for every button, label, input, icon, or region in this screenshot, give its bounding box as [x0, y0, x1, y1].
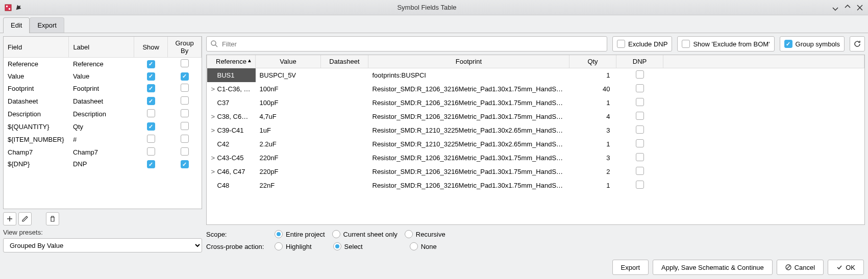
group-symbols-checkbox[interactable]: Group symbols [780, 36, 845, 52]
close-icon[interactable] [856, 4, 864, 12]
fields-table-row[interactable]: Reference Reference [4, 58, 202, 71]
exclude-bom-checkbox[interactable]: Show 'Exclude from BOM' [677, 36, 774, 52]
dnp-checkbox[interactable] [636, 167, 644, 175]
crossprobe-highlight-radio[interactable]: Highlight [275, 242, 312, 250]
filter-input[interactable] [206, 36, 607, 52]
cell-value[interactable]: 220pF [256, 165, 321, 179]
cell-footprint[interactable]: Resistor_SMD:R_1210_3225Metric_Pad1.30x2… [368, 137, 569, 151]
scope-current-radio[interactable]: Current sheet only [332, 230, 398, 238]
cell-value[interactable]: 22nF [256, 179, 321, 192]
dnp-checkbox[interactable] [636, 181, 644, 189]
show-checkbox[interactable] [147, 147, 155, 156]
groupby-checkbox[interactable] [181, 147, 189, 156]
cell-datasheet[interactable] [321, 179, 368, 192]
col-show[interactable]: Show [134, 37, 168, 58]
cell-footprint[interactable]: Resistor_SMD:R_1206_3216Metric_Pad1.30x1… [368, 151, 569, 165]
dnp-checkbox[interactable] [636, 84, 644, 92]
fields-table-row[interactable]: Description Description [4, 108, 202, 120]
dnp-checkbox[interactable] [636, 153, 644, 161]
fields-table-row[interactable]: ${DNP} DNP [4, 159, 202, 170]
cancel-button[interactable]: Cancel [777, 260, 824, 275]
col-dnp[interactable]: DNP [616, 55, 663, 68]
col-field[interactable]: Field [4, 37, 69, 58]
field-label[interactable]: Footprint [69, 82, 134, 95]
refresh-button[interactable] [850, 36, 865, 52]
col-footprint[interactable]: Footprint [368, 55, 569, 68]
show-checkbox[interactable] [147, 60, 155, 68]
expander-icon[interactable]: > [211, 154, 217, 162]
apply-button[interactable]: Apply, Save Schematic & Continue [653, 260, 773, 275]
cell-value[interactable]: 220nF [256, 151, 321, 165]
cell-reference[interactable]: >C43-C45 [207, 151, 256, 165]
field-label[interactable]: DNP [69, 159, 134, 170]
dnp-checkbox[interactable] [636, 125, 644, 134]
fields-table-row[interactable]: ${ITEM_NUMBER} # [4, 133, 202, 146]
dnp-checkbox[interactable] [636, 98, 644, 106]
cell-value[interactable]: BUSPCI_5V [256, 68, 321, 83]
groupby-checkbox[interactable] [181, 135, 189, 143]
cell-footprint[interactable]: Resistor_SMD:R_1206_3216Metric_Pad1.30x1… [368, 165, 569, 179]
table-row[interactable]: C48 22nF Resistor_SMD:R_1206_3216Metric_… [207, 179, 864, 192]
table-row[interactable]: >C46, C47 220pF Resistor_SMD:R_1206_3216… [207, 165, 864, 179]
field-label[interactable]: Description [69, 108, 134, 120]
cell-qty[interactable]: 3 [569, 123, 616, 137]
groupby-checkbox[interactable] [181, 72, 189, 81]
show-checkbox[interactable] [147, 160, 155, 168]
maximize-icon[interactable] [844, 4, 852, 12]
show-checkbox[interactable] [147, 122, 155, 131]
groupby-checkbox[interactable] [181, 160, 189, 168]
cell-qty[interactable]: 3 [569, 151, 616, 165]
exclude-dnp-checkbox[interactable]: Exclude DNP [612, 36, 672, 52]
cell-value[interactable]: 4,7uF [256, 110, 321, 123]
dnp-checkbox[interactable] [636, 70, 644, 79]
scope-entire-radio[interactable]: Entire project [275, 230, 325, 238]
col-label[interactable]: Label [69, 37, 134, 58]
cell-datasheet[interactable] [321, 68, 368, 83]
field-label[interactable]: Datasheet [69, 95, 134, 108]
groupby-checkbox[interactable] [181, 122, 189, 130]
cell-value[interactable]: 2.2uF [256, 137, 321, 151]
table-row[interactable]: BUS1 BUSPCI_5V footprints:BUSPCI 1 [207, 68, 864, 83]
cell-qty[interactable]: 40 [569, 82, 616, 96]
cell-footprint[interactable]: Resistor_SMD:R_1206_3216Metric_Pad1.30x1… [368, 179, 569, 192]
col-datasheet[interactable]: Datasheet [321, 55, 368, 68]
table-row[interactable]: >C1-C36, C70-C71 100nF Resistor_SMD:R_12… [207, 82, 864, 96]
groupby-checkbox[interactable] [181, 84, 189, 92]
table-row[interactable]: C42 2.2uF Resistor_SMD:R_1210_3225Metric… [207, 137, 864, 151]
fields-table-row[interactable]: Datasheet Datasheet [4, 95, 202, 108]
expander-icon[interactable]: > [211, 168, 217, 175]
rename-field-button[interactable] [18, 212, 32, 225]
cell-datasheet[interactable] [321, 151, 368, 165]
table-row[interactable]: >C39-C41 1uF Resistor_SMD:R_1210_3225Met… [207, 123, 864, 137]
show-checkbox[interactable] [147, 84, 155, 92]
expander-icon[interactable]: > [211, 85, 217, 93]
groupby-checkbox[interactable] [181, 96, 189, 105]
fields-table-row[interactable]: Footprint Footprint [4, 82, 202, 95]
add-field-button[interactable] [3, 212, 16, 225]
show-checkbox[interactable] [147, 97, 155, 105]
cell-value[interactable]: 100nF [256, 82, 321, 96]
cell-reference[interactable]: C48 [207, 179, 256, 192]
table-row[interactable]: >C38, C67-C69 4,7uF Resistor_SMD:R_1206_… [207, 110, 864, 123]
minimize-icon[interactable] [831, 4, 839, 12]
table-row[interactable]: >C43-C45 220nF Resistor_SMD:R_1206_3216M… [207, 151, 864, 165]
dnp-checkbox[interactable] [636, 112, 644, 120]
cell-qty[interactable]: 1 [569, 137, 616, 151]
cell-qty[interactable]: 1 [569, 179, 616, 192]
cell-reference[interactable]: >C1-C36, C70-C71 [207, 82, 256, 96]
cell-footprint[interactable]: footprints:BUSPCI [368, 68, 569, 83]
field-name[interactable]: ${ITEM_NUMBER} [4, 133, 69, 146]
cell-footprint[interactable]: Resistor_SMD:R_1206_3216Metric_Pad1.30x1… [368, 82, 569, 96]
field-name[interactable]: Reference [4, 58, 69, 71]
cell-qty[interactable]: 1 [569, 68, 616, 83]
cell-footprint[interactable]: Resistor_SMD:R_1210_3225Metric_Pad1.30x2… [368, 123, 569, 137]
groupby-checkbox[interactable] [181, 59, 189, 67]
show-checkbox[interactable] [147, 72, 155, 81]
field-name[interactable]: Champ7 [4, 146, 69, 159]
cell-qty[interactable]: 1 [569, 96, 616, 110]
field-label[interactable]: Value [69, 70, 134, 82]
cell-footprint[interactable]: Resistor_SMD:R_1206_3216Metric_Pad1.30x1… [368, 96, 569, 110]
view-presets-select[interactable]: Grouped By Value [3, 238, 202, 252]
col-groupby[interactable]: Group By [168, 37, 202, 58]
export-button[interactable]: Export [612, 260, 649, 275]
